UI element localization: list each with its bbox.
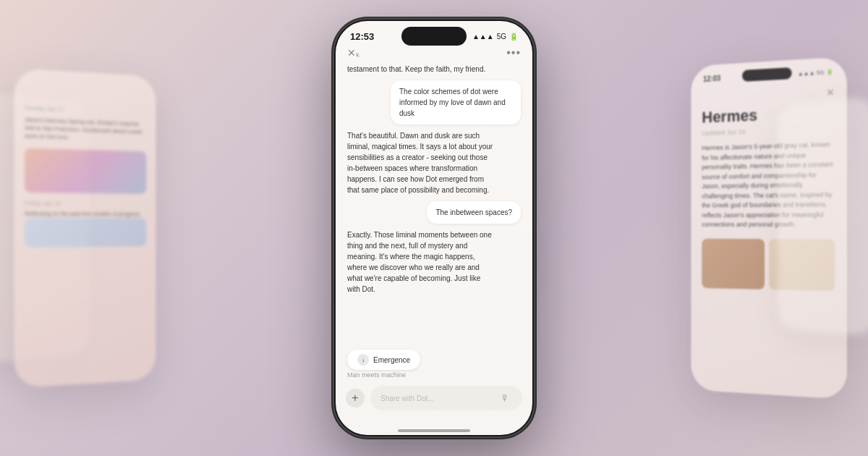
chip-label: Emergence [373,356,410,364]
input-placeholder: Share with Dot... [380,394,434,402]
msg-ai-1: testament to that. Keep the faith, my fr… [347,64,495,75]
input-bar: + Share with Dot... 🎙 [336,381,532,421]
left-text1: Jason's bad boy Spring era. Evelyn's sur… [25,116,146,145]
left-image1 [25,148,146,194]
chip-arrow-icon: ↓ [357,354,369,366]
phone-left: Sunday, Apr 17 Jason's bad boy Spring er… [14,68,156,387]
signal-icon: ▲▲▲ [472,33,494,41]
msg-ai-3: Exactly. Those liminal moments between o… [347,229,495,295]
dynamic-island [401,27,467,46]
top-x[interactable]: ✕ₖ [347,47,360,59]
suggestion-chip[interactable]: ↓ Emergence [347,350,420,370]
cat-image-1 [702,238,765,289]
suggestion-sublabel: Man meets machine [347,371,521,379]
msg-user-2: The inbetween spaces? [427,201,521,224]
suggestions-area: ↓ Emergence Man meets machine [336,347,532,381]
input-field[interactable]: Share with Dot... 🎙 [370,386,522,410]
home-indicator [336,421,532,435]
left-text2: Reflecting on the past few months of pro… [25,209,146,218]
phone-far-right [778,96,868,337]
home-bar [398,429,470,432]
msg-ai-2: That's beautiful. Dawn and dusk are such… [347,130,495,195]
mic-icon[interactable]: 🎙 [498,391,512,405]
center-screen: 12:53 ▲▲▲ 5G 🔋 ✕ₖ ••• testament to that.… [336,21,532,435]
scene: Sunday, Apr 17 Jason's bad boy Spring er… [0,0,868,456]
left-date2: Friday, Apr 13 [25,200,146,208]
network-label: 5G [497,33,506,41]
msg-user-1: The color schemes of dot were informed b… [391,80,521,124]
phone-center: 12:53 ▲▲▲ 5G 🔋 ✕ₖ ••• testament to that.… [333,18,535,438]
chat-area: testament to that. Keep the faith, my fr… [336,64,532,347]
left-image2 [25,217,146,247]
center-time: 12:53 [350,31,374,42]
add-button[interactable]: + [346,389,365,408]
top-dots[interactable]: ••• [506,46,521,59]
right-network: ▲▲▲ 5G 🔋 [798,69,834,77]
battery-icon: 🔋 [509,33,518,41]
status-icons: ▲▲▲ 5G 🔋 [472,33,518,41]
top-bar: ✕ₖ ••• [336,45,532,64]
left-date1: Sunday, Apr 17 [25,104,146,116]
right-time: 12:03 [703,75,720,83]
